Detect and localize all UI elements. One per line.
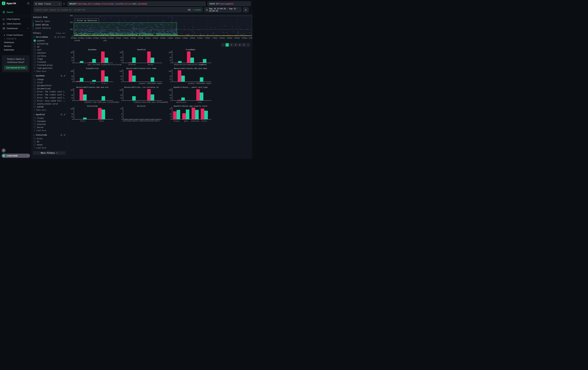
filter-checkbox-change[interactable]: change: [33, 78, 65, 81]
source-select[interactable]: Demo Traces: [34, 2, 62, 6]
filter-checkbox-frontend-proxy[interactable]: frontend-proxy: [33, 64, 65, 67]
create-dashboard-button[interactable]: Create Dashboard: [0, 33, 32, 37]
presets-toggle[interactable]: PRESETS: [0, 37, 32, 40]
filter-by-selection-button[interactable]: Filter by Selection: [75, 19, 99, 22]
events-heatmap[interactable]: Filter by Selection: [74, 16, 252, 36]
bar-before: [101, 70, 105, 81]
sidebar-item-client-sessions[interactable]: Client Sessions: [0, 21, 32, 26]
filter-checkbox-server[interactable]: Server: [33, 126, 65, 129]
pin-icon[interactable]: [63, 114, 65, 116]
filter-checkbox-internal[interactable]: Internal: [33, 123, 65, 126]
analysis-mode-event-patterns[interactable]: Event Patterns: [33, 26, 65, 30]
heatmap-cell: [106, 34, 107, 35]
analysis-mode-label: Event Deltas: [35, 24, 49, 26]
query-token: ORDER BY: [209, 3, 219, 5]
filter-checkbox-consumer[interactable]: Consumer: [33, 120, 65, 123]
chevron-down-icon[interactable]: [33, 75, 35, 77]
brush-selection[interactable]: [74, 22, 177, 34]
filter-checkbox-load-generator[interactable]: load-generator: [33, 67, 65, 70]
search-input[interactable]: [35, 9, 188, 11]
filter-checkbox-flagd[interactable]: flagd: [33, 57, 65, 60]
pin-icon[interactable]: [63, 134, 65, 136]
hyperdx-logo-icon: [2, 2, 5, 5]
filter-checkbox-documentfetch[interactable]: documentFetch: [33, 84, 65, 87]
page-button-2[interactable]: 2: [230, 43, 233, 47]
filters-title: Filters: [33, 32, 41, 34]
filter-group-clear-button[interactable]: Clear: [60, 36, 65, 38]
load-more-button[interactable]: Load more: [33, 129, 65, 132]
filter-checkbox-error-the-credit-card-[interactable]: Error: The credit card (…: [33, 90, 65, 93]
bar-after: [151, 94, 154, 100]
sidebar-item-dashboards[interactable]: Dashboards: [0, 26, 32, 31]
filter-checkbox-error-the-credit-card-[interactable]: Error: The credit card (…: [33, 93, 65, 96]
page-prev-button[interactable]: ‹: [221, 43, 225, 47]
sidebar-item-search[interactable]: Search: [0, 10, 32, 14]
heatmap-cell: [116, 35, 117, 35]
sql-select-editor[interactable]: SELECT Timestamp, ServiceName, StatusCod…: [67, 2, 206, 6]
gear-icon[interactable]: [63, 3, 65, 6]
sidebar-item-chart-explorer[interactable]: Chart Explorer: [0, 17, 32, 21]
filter-checkbox-accounting[interactable]: accounting: [33, 42, 65, 45]
analysis-mode-event-deltas[interactable]: Event Deltas: [33, 23, 65, 26]
pin-icon[interactable]: [57, 36, 59, 38]
heatmap-cell: [152, 35, 153, 35]
page-next-button[interactable]: ›: [246, 43, 250, 47]
x-tick-label: mastercard: [176, 101, 186, 103]
sidebar-collapse-icon[interactable]: [27, 2, 30, 5]
clear-all-button[interactable]: Clear all: [56, 32, 65, 34]
time-range-picker[interactable]: Sep 14 22:04:35 - Sep 15 10:04:35: [204, 7, 241, 12]
filter-checkbox-checkout[interactable]: checkout: [33, 51, 65, 54]
language-toggle[interactable]: SQL | Lucene: [188, 9, 201, 11]
load-more-button[interactable]: Show more: [33, 109, 65, 111]
heatmap-cell: [185, 34, 187, 35]
filter-checkbox-ad[interactable]: ad: [33, 45, 65, 48]
page-button-4[interactable]: 4: [238, 43, 242, 47]
user-menu[interactable]: U Local mode: [2, 154, 30, 158]
filter-checkbox-frontend[interactable]: frontend: [33, 60, 65, 64]
filter-checkbox-client[interactable]: Client: [33, 117, 65, 120]
order-by-editor[interactable]: ORDER BY Timestamp DESC: [208, 2, 251, 6]
get-started-button[interactable]: Get Started for Free: [4, 65, 27, 70]
load-more-button[interactable]: Load more: [33, 146, 65, 149]
pin-icon[interactable]: [63, 75, 65, 77]
search-icon[interactable]: [60, 75, 63, 77]
bar-after: [80, 61, 84, 63]
analysis-mode-results-table[interactable]: Results Table: [33, 20, 65, 23]
query-token: ): [136, 3, 137, 5]
filter-group-servicename: ServiceNameClearpaymentaccountingadcartc…: [33, 36, 65, 72]
load-more-button[interactable]: Show more: [33, 70, 65, 72]
filter-checkbox-currency[interactable]: currency: [33, 54, 65, 57]
run-query-button[interactable]: [243, 7, 248, 12]
y-tick-label: 25: [166, 97, 171, 99]
filter-checkbox-ok[interactable]: Ok: [33, 140, 65, 143]
search-icon[interactable]: [60, 114, 63, 116]
search-icon[interactable]: [54, 36, 56, 38]
filter-checkbox-error[interactable]: Error: [33, 137, 65, 140]
filter-checkbox-payment[interactable]: payment: [33, 39, 65, 42]
page-button-5[interactable]: 5: [242, 43, 246, 47]
sidebar-item-clickhouse[interactable]: ClickHouse: [0, 40, 32, 44]
filter-checkbox-error-visa-cache-full-[interactable]: Error: Visa cache full: …: [33, 99, 65, 102]
help-button[interactable]: ?: [2, 149, 6, 152]
chevron-down-icon[interactable]: [33, 114, 35, 116]
page-button-1[interactable]: 1: [225, 43, 229, 47]
filter-checkbox-unset[interactable]: Unset: [33, 143, 65, 146]
filter-checkbox-error-the-credit-card-[interactable]: Error: The credit card (…: [33, 96, 65, 99]
chevron-down-icon[interactable]: [33, 36, 35, 38]
heatmap-cell: [117, 35, 118, 35]
y-tick-label: 0: [68, 100, 73, 101]
page-button-3[interactable]: 3: [234, 43, 237, 47]
heatmap-cell: [145, 35, 146, 35]
search-icon[interactable]: [60, 134, 63, 136]
more-filters-button[interactable]: More filters: [33, 151, 65, 155]
heatmap-cell: [148, 34, 149, 35]
sidebar-item-services[interactable]: Services: [0, 44, 32, 48]
filter-checkbox-expire[interactable]: EXPIRE: [33, 105, 65, 109]
chevron-down-icon[interactable]: [33, 134, 35, 136]
filter-checkbox-cart[interactable]: cart: [33, 48, 65, 51]
filter-checkbox-documentload[interactable]: documentLoad: [33, 87, 65, 90]
filter-checkbox-click[interactable]: click: [33, 81, 65, 84]
sidebar-item-kubernetes[interactable]: Kubernetes: [0, 48, 32, 52]
y-tick-label: 100: [166, 70, 171, 72]
filter-checkbox-eventlistener-error[interactable]: eventListener.error: [33, 102, 65, 105]
